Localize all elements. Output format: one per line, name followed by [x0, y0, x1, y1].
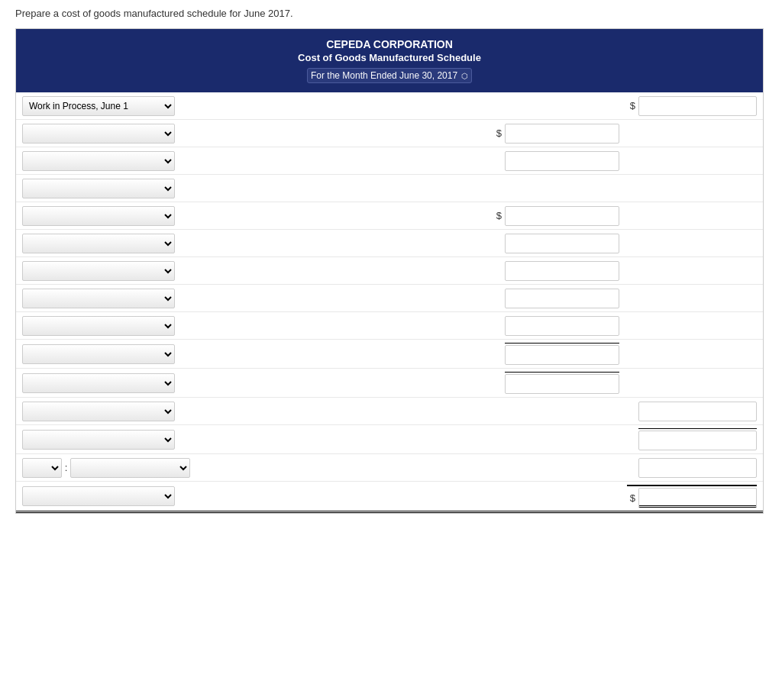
row1-label-col: Work in Process, June 1: [22, 96, 190, 116]
row8-mid: [190, 289, 627, 308]
date-dropdown-wrapper[interactable]: For the Month Ended June 30, 2017: [307, 68, 472, 83]
row14-input[interactable]: [638, 458, 757, 478]
table-row: [16, 398, 763, 425]
row7-mid: [190, 261, 627, 281]
row8-input[interactable]: [505, 289, 619, 308]
row14-label-col: :: [22, 458, 190, 478]
row14-right: [627, 458, 757, 478]
row14-select-wide[interactable]: [70, 458, 190, 478]
company-name: CEPEDA CORPORATION: [24, 38, 755, 50]
row7-select[interactable]: [22, 261, 175, 281]
row6-label-col: [22, 234, 190, 253]
row5-label-col: [22, 206, 190, 226]
row3-mid: [190, 151, 627, 171]
row5-select[interactable]: [22, 206, 175, 226]
table-row: :: [16, 454, 763, 482]
row11-mid-input[interactable]: [505, 374, 619, 394]
dollar-sign-final: $: [630, 492, 635, 504]
row7-label-col: [22, 261, 190, 281]
schedule-body: Work in Process, June 1 $ $: [16, 92, 763, 513]
table-row: $: [16, 202, 763, 230]
row12-right: [627, 402, 757, 421]
row5-input[interactable]: [505, 206, 619, 226]
row9-input[interactable]: [505, 316, 619, 336]
table-row: Work in Process, June 1 $: [16, 92, 763, 120]
row9-select[interactable]: [22, 316, 175, 336]
row11-select[interactable]: [22, 373, 175, 393]
table-row: [16, 285, 763, 312]
schedule-header: CEPEDA CORPORATION Cost of Goods Manufac…: [16, 29, 763, 92]
row11-label-col: [22, 373, 190, 393]
row1-input[interactable]: [638, 96, 757, 116]
row12-label-col: [22, 402, 190, 421]
row11-mid: [190, 372, 627, 394]
row13-select[interactable]: [22, 430, 175, 450]
row10-label-col: [22, 344, 190, 364]
row6-select[interactable]: [22, 234, 175, 253]
row12-select[interactable]: [22, 402, 175, 421]
row14-select-small[interactable]: [22, 458, 62, 478]
row2-select[interactable]: [22, 124, 175, 144]
row6-mid: [190, 234, 627, 253]
table-row: [16, 147, 763, 175]
table-row: [16, 312, 763, 340]
colon-separator: :: [65, 462, 68, 473]
table-row: $: [16, 482, 763, 513]
row3-input[interactable]: [505, 151, 619, 171]
table-row: [16, 230, 763, 257]
dollar-sign: $: [496, 210, 502, 221]
table-row: $: [16, 120, 763, 147]
row5-mid: $: [190, 206, 627, 226]
row3-label-col: [22, 151, 190, 171]
row15-input[interactable]: [638, 488, 757, 508]
row12-input[interactable]: [638, 402, 757, 421]
row4-label-col: [22, 179, 190, 198]
table-row: [16, 425, 763, 454]
row4-select[interactable]: [22, 179, 175, 198]
row2-input[interactable]: [505, 124, 619, 144]
row15-right: $: [627, 485, 757, 508]
table-row: [16, 340, 763, 369]
row15-select[interactable]: [22, 486, 175, 506]
schedule-container: CEPEDA CORPORATION Cost of Goods Manufac…: [15, 28, 764, 514]
row13-label-col: [22, 430, 190, 450]
dollar-sign: $: [630, 100, 635, 111]
row9-label-col: [22, 316, 190, 336]
row1-select[interactable]: Work in Process, June 1: [22, 96, 175, 116]
row10-select[interactable]: [22, 344, 175, 364]
row8-select[interactable]: [22, 289, 175, 308]
row7-input[interactable]: [505, 261, 619, 281]
table-row: [16, 369, 763, 398]
schedule-title: Cost of Goods Manufactured Schedule: [24, 52, 755, 63]
row9-mid: [190, 316, 627, 336]
row1-right: $: [627, 96, 757, 116]
row13-input[interactable]: [638, 431, 757, 450]
row3-select[interactable]: [22, 151, 175, 171]
row10-mid: [190, 343, 627, 365]
intro-text: Prepare a cost of goods manufactured sch…: [15, 8, 767, 19]
row14-colon-group: :: [22, 458, 190, 478]
row2-label-col: [22, 124, 190, 144]
date-select[interactable]: For the Month Ended June 30, 2017: [311, 70, 470, 81]
row13-right: [627, 428, 757, 450]
row8-label-col: [22, 289, 190, 308]
table-row: [16, 175, 763, 202]
table-row: [16, 257, 763, 285]
row6-input[interactable]: [505, 234, 619, 253]
row10-input[interactable]: [505, 345, 619, 365]
row15-label-col: [22, 486, 190, 506]
row2-mid: $: [190, 124, 627, 144]
dollar-sign: $: [496, 127, 502, 139]
